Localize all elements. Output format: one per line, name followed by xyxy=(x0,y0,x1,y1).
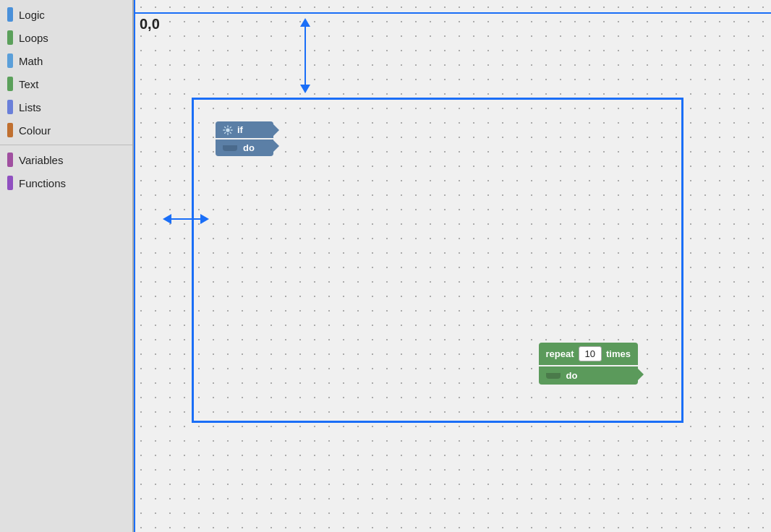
vertical-line xyxy=(134,0,135,532)
sidebar: LogicLoopsMathTextListsColourVariablesFu… xyxy=(0,0,134,532)
arrow-left-icon xyxy=(163,214,171,224)
repeat-number[interactable]: 10 xyxy=(579,346,602,361)
if-label: if xyxy=(237,124,243,135)
colour-label: Colour xyxy=(19,124,51,137)
sidebar-item-functions[interactable]: Functions xyxy=(0,171,132,194)
repeat-notch xyxy=(546,373,561,379)
lists-label: Lists xyxy=(19,101,41,113)
text-label: Text xyxy=(19,78,39,90)
text-color-bar xyxy=(7,77,13,91)
workspace[interactable]: 0,0 if do xyxy=(134,0,771,532)
math-label: Math xyxy=(19,55,43,67)
sidebar-item-text[interactable]: Text xyxy=(0,72,132,95)
functions-color-bar xyxy=(7,176,13,190)
sidebar-item-math[interactable]: Math xyxy=(0,49,132,72)
sidebar-item-loops[interactable]: Loops xyxy=(0,26,132,49)
gear-icon xyxy=(223,125,233,135)
loops-color-bar xyxy=(7,30,13,45)
colour-color-bar xyxy=(7,123,13,137)
vertical-arrow xyxy=(300,18,310,93)
svg-point-0 xyxy=(226,128,229,132)
workspace-rectangle: if do repeat 10 times do xyxy=(192,98,683,423)
logic-label: Logic xyxy=(19,9,45,21)
times-label: times xyxy=(606,348,631,359)
do-label-if: do xyxy=(243,142,255,153)
arrow-up-icon xyxy=(300,18,310,27)
loops-label: Loops xyxy=(19,32,48,44)
math-color-bar xyxy=(7,53,13,68)
horizontal-line xyxy=(134,12,771,14)
if-block[interactable]: if do xyxy=(216,121,273,156)
repeat-block-top: repeat 10 times xyxy=(539,343,638,365)
sidebar-item-variables[interactable]: Variables xyxy=(0,148,132,171)
if-block-top: if xyxy=(216,121,273,138)
repeat-block[interactable]: repeat 10 times do xyxy=(539,343,638,385)
repeat-label: repeat xyxy=(546,348,574,359)
repeat-block-bottom: do xyxy=(539,366,638,385)
lists-color-bar xyxy=(7,100,13,114)
do-label-repeat: do xyxy=(566,370,578,381)
sidebar-item-colour[interactable]: Colour xyxy=(0,119,132,142)
if-block-bottom: do xyxy=(216,140,273,156)
sidebar-item-lists[interactable]: Lists xyxy=(0,95,132,119)
variables-color-bar xyxy=(7,153,13,167)
arrow-down-icon xyxy=(300,85,310,93)
functions-label: Functions xyxy=(19,177,66,189)
if-notch xyxy=(223,145,237,151)
variables-label: Variables xyxy=(19,154,63,166)
arrow-v-shaft xyxy=(304,27,306,85)
logic-color-bar xyxy=(7,7,13,22)
coord-label: 0,0 xyxy=(140,16,160,33)
sidebar-item-logic[interactable]: Logic xyxy=(0,3,132,26)
